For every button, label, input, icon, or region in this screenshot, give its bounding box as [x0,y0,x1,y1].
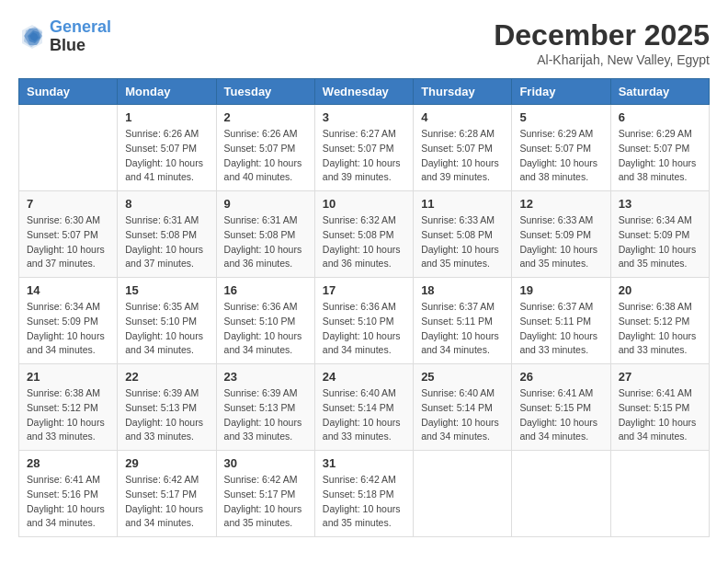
day-number: 18 [421,283,504,297]
day-info: Sunrise: 6:32 AMSunset: 5:08 PMDaylight:… [323,213,405,271]
calendar-week-row: 28Sunrise: 6:41 AMSunset: 5:16 PMDayligh… [19,451,710,537]
day-number: 14 [27,283,109,297]
calendar-cell: 13Sunrise: 6:34 AMSunset: 5:09 PMDayligh… [610,191,709,278]
calendar-cell [19,105,118,191]
calendar-cell: 31Sunrise: 6:42 AMSunset: 5:18 PMDayligh… [314,451,413,537]
day-info: Sunrise: 6:30 AMSunset: 5:07 PMDaylight:… [27,213,109,271]
day-info: Sunrise: 6:38 AMSunset: 5:12 PMDaylight:… [619,300,701,358]
calendar-cell: 26Sunrise: 6:41 AMSunset: 5:15 PMDayligh… [512,364,610,451]
day-number: 23 [224,370,307,384]
day-info: Sunrise: 6:36 AMSunset: 5:10 PMDaylight:… [224,300,307,358]
day-number: 19 [519,283,602,297]
calendar-cell: 24Sunrise: 6:40 AMSunset: 5:14 PMDayligh… [314,364,413,451]
day-info: Sunrise: 6:26 AMSunset: 5:07 PMDaylight:… [125,127,208,185]
calendar-cell: 29Sunrise: 6:42 AMSunset: 5:17 PMDayligh… [118,451,216,537]
day-number: 12 [519,197,602,211]
day-number: 22 [125,370,208,384]
calendar-cell: 16Sunrise: 6:36 AMSunset: 5:10 PMDayligh… [216,278,314,364]
calendar-week-row: 1Sunrise: 6:26 AMSunset: 5:07 PMDaylight… [19,105,710,191]
calendar-cell: 30Sunrise: 6:42 AMSunset: 5:17 PMDayligh… [216,451,314,537]
page-container: General Blue December 2025 Al-Kharijah, … [18,18,710,537]
calendar-cell: 7Sunrise: 6:30 AMSunset: 5:07 PMDaylight… [19,191,118,278]
calendar-cell: 17Sunrise: 6:36 AMSunset: 5:10 PMDayligh… [314,278,413,364]
day-number: 1 [125,110,208,124]
calendar-cell: 4Sunrise: 6:28 AMSunset: 5:07 PMDaylight… [414,105,512,191]
calendar-cell [414,451,512,537]
calendar-cell: 18Sunrise: 6:37 AMSunset: 5:11 PMDayligh… [414,278,512,364]
weekday-header-wednesday: Wednesday [314,79,413,105]
day-info: Sunrise: 6:39 AMSunset: 5:13 PMDaylight:… [125,386,208,444]
calendar-cell: 15Sunrise: 6:35 AMSunset: 5:10 PMDayligh… [118,278,216,364]
day-number: 25 [421,370,504,384]
day-info: Sunrise: 6:40 AMSunset: 5:14 PMDaylight:… [421,386,504,444]
calendar-cell: 3Sunrise: 6:27 AMSunset: 5:07 PMDaylight… [314,105,413,191]
day-info: Sunrise: 6:34 AMSunset: 5:09 PMDaylight:… [619,213,701,271]
calendar-cell: 20Sunrise: 6:38 AMSunset: 5:12 PMDayligh… [610,278,709,364]
weekday-header-row: SundayMondayTuesdayWednesdayThursdayFrid… [19,79,710,105]
weekday-header-sunday: Sunday [19,79,118,105]
calendar-cell: 22Sunrise: 6:39 AMSunset: 5:13 PMDayligh… [118,364,216,451]
day-number: 20 [619,283,701,297]
calendar-cell: 14Sunrise: 6:34 AMSunset: 5:09 PMDayligh… [19,278,118,364]
day-number: 13 [619,197,701,211]
day-number: 27 [619,370,701,384]
logo: General Blue [18,18,111,55]
day-info: Sunrise: 6:40 AMSunset: 5:14 PMDaylight:… [323,386,405,444]
day-info: Sunrise: 6:26 AMSunset: 5:07 PMDaylight:… [224,127,307,185]
calendar-cell: 25Sunrise: 6:40 AMSunset: 5:14 PMDayligh… [414,364,512,451]
calendar-week-row: 14Sunrise: 6:34 AMSunset: 5:09 PMDayligh… [19,278,710,364]
day-info: Sunrise: 6:31 AMSunset: 5:08 PMDaylight:… [125,213,208,271]
logo-line1: General [50,18,111,37]
calendar-cell: 8Sunrise: 6:31 AMSunset: 5:08 PMDaylight… [118,191,216,278]
day-number: 2 [224,110,307,124]
month-title: December 2025 [494,18,710,52]
calendar-week-row: 7Sunrise: 6:30 AMSunset: 5:07 PMDaylight… [19,191,710,278]
day-number: 29 [125,456,208,470]
day-number: 7 [27,197,109,211]
logo-line2: Blue [50,37,111,55]
day-info: Sunrise: 6:41 AMSunset: 5:15 PMDaylight:… [519,386,602,444]
day-info: Sunrise: 6:29 AMSunset: 5:07 PMDaylight:… [619,127,701,185]
day-number: 15 [125,283,208,297]
calendar-cell [512,451,610,537]
day-info: Sunrise: 6:36 AMSunset: 5:10 PMDaylight:… [323,300,405,358]
day-info: Sunrise: 6:37 AMSunset: 5:11 PMDaylight:… [519,300,602,358]
calendar-cell [610,451,709,537]
day-info: Sunrise: 6:31 AMSunset: 5:08 PMDaylight:… [224,213,307,271]
calendar-cell: 11Sunrise: 6:33 AMSunset: 5:08 PMDayligh… [414,191,512,278]
weekday-header-tuesday: Tuesday [216,79,314,105]
calendar-table: SundayMondayTuesdayWednesdayThursdayFrid… [18,78,710,537]
day-number: 21 [27,370,109,384]
calendar-cell: 23Sunrise: 6:39 AMSunset: 5:13 PMDayligh… [216,364,314,451]
day-number: 31 [323,456,405,470]
calendar-cell: 27Sunrise: 6:41 AMSunset: 5:15 PMDayligh… [610,364,709,451]
day-number: 9 [224,197,307,211]
day-info: Sunrise: 6:29 AMSunset: 5:07 PMDaylight:… [519,127,602,185]
day-info: Sunrise: 6:37 AMSunset: 5:11 PMDaylight:… [421,300,504,358]
calendar-cell: 12Sunrise: 6:33 AMSunset: 5:09 PMDayligh… [512,191,610,278]
day-info: Sunrise: 6:28 AMSunset: 5:07 PMDaylight:… [421,127,504,185]
calendar-cell: 1Sunrise: 6:26 AMSunset: 5:07 PMDaylight… [118,105,216,191]
weekday-header-saturday: Saturday [610,79,709,105]
day-number: 30 [224,456,307,470]
day-info: Sunrise: 6:27 AMSunset: 5:07 PMDaylight:… [323,127,405,185]
calendar-cell: 28Sunrise: 6:41 AMSunset: 5:16 PMDayligh… [19,451,118,537]
day-info: Sunrise: 6:41 AMSunset: 5:16 PMDaylight:… [27,473,109,531]
day-number: 26 [519,370,602,384]
location: Al-Kharijah, New Valley, Egypt [494,52,710,67]
day-number: 3 [323,110,405,124]
calendar-week-row: 21Sunrise: 6:38 AMSunset: 5:12 PMDayligh… [19,364,710,451]
day-number: 4 [421,110,504,124]
weekday-header-thursday: Thursday [414,79,512,105]
logo-icon [18,23,46,51]
day-info: Sunrise: 6:39 AMSunset: 5:13 PMDaylight:… [224,386,307,444]
day-number: 6 [619,110,701,124]
calendar-cell: 6Sunrise: 6:29 AMSunset: 5:07 PMDaylight… [610,105,709,191]
day-info: Sunrise: 6:34 AMSunset: 5:09 PMDaylight:… [27,300,109,358]
calendar-cell: 9Sunrise: 6:31 AMSunset: 5:08 PMDaylight… [216,191,314,278]
calendar-cell: 10Sunrise: 6:32 AMSunset: 5:08 PMDayligh… [314,191,413,278]
day-number: 5 [519,110,602,124]
weekday-header-friday: Friday [512,79,610,105]
day-number: 11 [421,197,504,211]
calendar-cell: 2Sunrise: 6:26 AMSunset: 5:07 PMDaylight… [216,105,314,191]
